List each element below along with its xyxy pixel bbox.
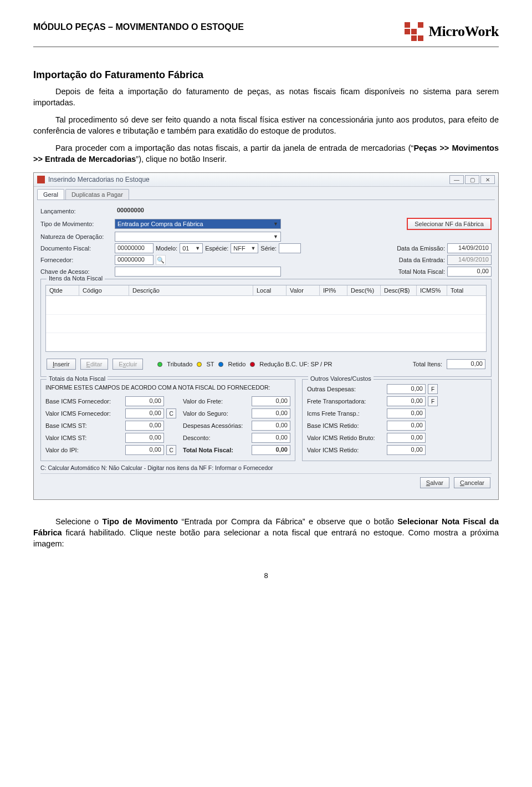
dropdown-icon: ▼ — [273, 221, 278, 227]
calc-c-button[interactable]: C — [166, 408, 176, 418]
ft-a: Selecione o — [55, 517, 103, 526]
th-total: Total — [447, 285, 486, 295]
tab-duplicatas[interactable]: Duplicatas a Pagar — [65, 189, 129, 200]
valor-icms-retido-input[interactable]: 0,00 — [387, 445, 426, 455]
th-valor: Valor — [287, 285, 320, 295]
calc-legend: C: Calcular Automático N: Não Calcular -… — [40, 464, 492, 471]
valor-frete-input[interactable]: 0,00 — [252, 396, 290, 406]
valor-icms-forn-label: Valor ICMS Fornecedor: — [45, 410, 123, 417]
th-descr: Desc(R$) — [381, 285, 417, 295]
base-icms-retido-label: Base ICMS Retido: — [307, 422, 385, 429]
editar-button[interactable]: Editar — [80, 359, 109, 370]
dropdown-icon: ▼ — [250, 246, 255, 251]
titlebar: Inserindo Mercadorias no Estoque — ▢ ✕ — [34, 173, 498, 187]
frete-transportadora-input[interactable]: 0,00 — [387, 396, 426, 406]
window-title: Inserindo Mercadorias no Estoque — [48, 176, 150, 183]
outras-despesas-input[interactable]: 0,00 — [387, 384, 426, 394]
tipo-movimento-select[interactable]: Entrada por Compra da Fábrica ▼ — [115, 219, 281, 229]
valor-icms-st-input[interactable]: 0,00 — [125, 433, 164, 443]
valor-frete-label: Valor do Frete: — [183, 398, 249, 405]
valor-ipi-input[interactable]: 0,00 — [125, 445, 164, 455]
selecionar-nf-button[interactable]: Selecionar NF da Fábrica — [407, 218, 492, 230]
serie-input[interactable] — [279, 243, 301, 253]
outros-valores-title: Outros Valores/Custos — [308, 375, 374, 382]
dropdown-icon: ▼ — [195, 246, 200, 251]
calc-c-button-2[interactable]: C — [166, 445, 176, 455]
especie-value: NFF — [233, 245, 245, 252]
desconto-input[interactable]: 0,00 — [252, 433, 290, 443]
dropdown-icon: ▼ — [273, 234, 278, 239]
icms-frete-transp-input[interactable]: 0,00 — [387, 408, 426, 418]
salvar-button[interactable]: Salvar — [420, 477, 449, 488]
app-icon — [37, 176, 45, 183]
total-nota-fiscal-input[interactable]: 0,00 — [252, 445, 290, 455]
base-icms-retido-input[interactable]: 0,00 — [387, 421, 426, 431]
itens-groupbox: Itens da Nota Fiscal Qtde Código Descriç… — [40, 279, 492, 377]
base-icms-forn-input[interactable]: 0,00 — [125, 396, 164, 406]
search-icon[interactable]: 🔍 — [156, 255, 166, 265]
data-emissao-label: Data da Emissão: — [397, 245, 445, 252]
brand-logo: MicroWork — [405, 22, 499, 41]
p3-pre: Para proceder com a importação das notas… — [55, 144, 413, 152]
dot-tributado-icon — [157, 362, 162, 367]
total-itens-label: Total Itens: — [413, 361, 442, 367]
th-qtde: Qtde — [46, 285, 79, 295]
ft-b: Tipo de Movimento — [103, 517, 178, 526]
excluir-button[interactable]: Excluir — [112, 359, 143, 370]
natureza-operacao-label: Natureza de Operação: — [40, 233, 112, 240]
icms-frete-transp-label: Icms Frete Transp.: — [307, 410, 385, 417]
total-itens-value: 0,00 — [447, 359, 485, 369]
base-icms-st-input[interactable]: 0,00 — [125, 421, 164, 431]
app-window: Inserindo Mercadorias no Estoque — ▢ ✕ G… — [33, 172, 499, 500]
itens-table: Qtde Código Descrição Local Valor IPI% D… — [45, 285, 487, 352]
frete-transportadora-label: Frete Transportadora: — [307, 398, 385, 405]
paragraph-3: Para proceder com a importação das notas… — [33, 143, 499, 165]
lancamento-label: Lançamento: — [40, 208, 112, 214]
total-nota-input[interactable]: 0,00 — [447, 267, 492, 277]
close-button[interactable]: ✕ — [480, 175, 495, 184]
legend-st: ST — [206, 361, 214, 367]
valor-icms-forn-input[interactable]: 0,00 — [125, 408, 164, 418]
cancelar-button[interactable]: Cancelar — [454, 477, 490, 488]
data-emissao-input[interactable]: 14/09/2010 — [447, 243, 492, 253]
page-number: 8 — [33, 571, 499, 580]
inserir-button[interactable]: IInserirnserir — [47, 359, 76, 370]
chave-acesso-input[interactable] — [115, 267, 281, 277]
base-icms-st-label: Base ICMS ST: — [45, 422, 123, 429]
itens-title: Itens da Nota Fiscal — [47, 275, 105, 282]
legend-retido: Retido — [228, 361, 245, 367]
th-descricao: Descrição — [129, 285, 253, 295]
ft-e: ficará habilitado. Clique neste botão pa… — [33, 528, 499, 548]
modelo-label: Modelo: — [156, 245, 177, 252]
documento-fiscal-input[interactable]: 00000000 — [115, 243, 154, 253]
th-icms: ICMS% — [417, 285, 447, 295]
especie-select[interactable]: NFF ▼ — [231, 243, 258, 253]
fornecedor-label: Fornecedor: — [40, 257, 112, 263]
valor-seguro-input[interactable]: 0,00 — [252, 408, 290, 418]
totais-instruction: INFORME ESTES CAMPOS DE ACORDO COM A NOT… — [45, 384, 290, 391]
natureza-operacao-select[interactable]: ▼ — [115, 232, 281, 242]
outras-despesas-label: Outras Despesas: — [307, 386, 385, 392]
p3-post: ”), clique no botão Inserir. — [136, 155, 227, 163]
despesas-acessorias-input[interactable]: 0,00 — [252, 421, 290, 431]
legend-tributado: Tributado — [167, 361, 192, 367]
maximize-button[interactable]: ▢ — [465, 175, 479, 184]
paragraph-2: Tal procedimento só deve ser feito quand… — [33, 115, 499, 136]
chave-acesso-label: Chave de Acesso: — [40, 268, 112, 275]
section-title: Importação do Faturamento Fábrica — [33, 69, 499, 81]
modelo-select[interactable]: 01 ▼ — [180, 243, 203, 253]
total-nota-label: Total Nota Fiscal: — [398, 268, 445, 275]
valor-ipi-label: Valor do IPI: — [45, 447, 123, 453]
base-icms-forn-label: Base ICMS Fornecedor: — [45, 398, 123, 405]
fornecedor-input[interactable]: 00000000 — [115, 255, 154, 265]
data-entrada-label: Data da Entrada: — [399, 257, 445, 263]
calc-f-button[interactable]: F — [428, 384, 438, 394]
valor-icms-retido-bruto-input[interactable]: 0,00 — [387, 433, 426, 443]
legend-reducao: Redução B.C. UF: SP / PR — [259, 361, 332, 367]
calc-f-button-2[interactable]: F — [428, 396, 438, 406]
valor-icms-retido-bruto-label: Valor ICMS Retido Bruto: — [307, 435, 385, 441]
despesas-acessorias-label: Despesas Acessórias: — [183, 422, 249, 429]
tab-geral[interactable]: Geral — [37, 189, 64, 200]
minimize-button[interactable]: — — [449, 175, 464, 184]
totais-groupbox: Totais da Nota Fiscal INFORME ESTES CAMP… — [40, 379, 295, 461]
